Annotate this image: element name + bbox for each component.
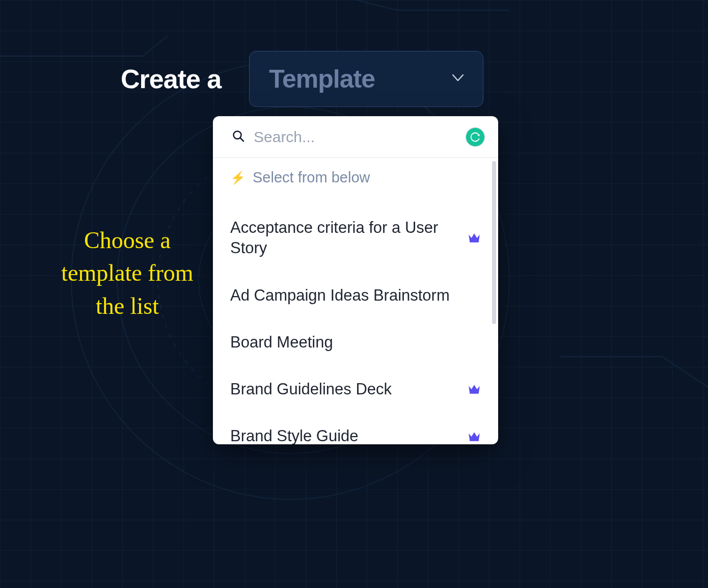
bolt-icon: ⚡ — [230, 171, 246, 185]
template-item-label: Acceptance criteria for a User Story — [230, 218, 458, 259]
annotation-callout: Choose a template from the list — [56, 224, 199, 323]
grammarly-icon[interactable] — [466, 127, 485, 147]
search-icon — [232, 130, 244, 144]
chevron-down-icon — [452, 74, 464, 84]
template-item-label: Board Meeting — [230, 332, 458, 353]
template-item-ad-campaign[interactable]: Ad Campaign Ideas Brainstorm — [230, 272, 481, 319]
template-item-acceptance-criteria[interactable]: Acceptance criteria for a User Story — [230, 204, 481, 272]
hint-row: ⚡ Select from below — [230, 169, 481, 186]
template-item-brand-guidelines[interactable]: Brand Guidelines Deck — [230, 366, 481, 413]
template-item-label: Brand Style Guide — [230, 426, 458, 444]
heading-row: Create a Template — [121, 51, 483, 107]
search-input[interactable] — [254, 128, 456, 146]
heading-prefix: Create a — [121, 64, 221, 94]
crown-icon — [468, 384, 481, 395]
crown-icon — [468, 431, 481, 442]
template-item-brand-style-guide[interactable]: Brand Style Guide — [230, 413, 481, 444]
search-row — [213, 116, 498, 158]
crown-icon — [468, 232, 481, 244]
template-dropdown-label: Template — [269, 64, 375, 94]
template-item-label: Ad Campaign Ideas Brainstorm — [230, 285, 458, 306]
scrollbar[interactable] — [492, 161, 496, 324]
template-list-container: ⚡ Select from below Acceptance criteria … — [213, 158, 498, 444]
template-dropdown-trigger[interactable]: Template — [249, 51, 483, 107]
template-dropdown-panel: ⚡ Select from below Acceptance criteria … — [213, 116, 498, 444]
template-item-label: Brand Guidelines Deck — [230, 379, 458, 399]
svg-line-5 — [240, 138, 243, 141]
hint-text: Select from below — [253, 169, 370, 186]
template-item-board-meeting[interactable]: Board Meeting — [230, 319, 481, 366]
